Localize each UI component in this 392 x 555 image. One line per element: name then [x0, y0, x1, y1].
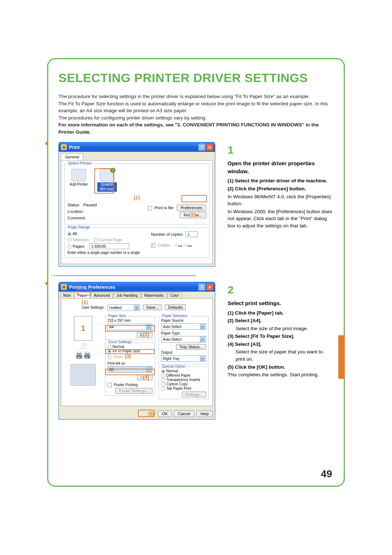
titlebar-help-button[interactable]: ? [198, 143, 205, 151]
radio-all[interactable] [68, 232, 72, 236]
opt-pages: Pages: [73, 244, 85, 248]
page-number: 49 [321, 468, 332, 480]
page-title: SELECTING PRINTER DRIVER SETTINGS [58, 71, 334, 85]
page-frame: SELECTING PRINTER DRIVER SETTINGS The pr… [47, 58, 345, 487]
pref-dialog-body: (1) User Settings: Untitled ▾ Save... De… [61, 298, 213, 406]
step2-sub5: (5) Click the [OK] button. [228, 364, 334, 371]
pref-right-column: Paper Selection Paper Source: Auto Selec… [159, 316, 209, 401]
page-range-left: All Selection Current Page Pages: 1 [68, 231, 144, 255]
zoom-fit-label: Fit To Paper Size [113, 349, 140, 353]
select-printer-label: Select Printer [67, 161, 93, 165]
tab-watermarks[interactable]: Watermarks [141, 292, 167, 298]
tab-main[interactable]: Main [60, 292, 74, 298]
zoom-settings-button[interactable]: S(4) [137, 374, 152, 380]
tab-paper[interactable]: Paper [75, 292, 90, 298]
opt-all: All [73, 231, 77, 236]
step1-row: 🖶 Print ? × General Select Printer Add [58, 142, 334, 267]
titlebar-close-button[interactable]: × [206, 143, 213, 151]
defaults-button[interactable]: Defaults [165, 304, 186, 310]
so-carbon: Carbon Copy [166, 382, 188, 386]
paper-size-group-label: Paper Size [107, 314, 127, 318]
ok-button[interactable]: OK [158, 410, 172, 417]
paper-source-value: Auto Select [163, 325, 181, 329]
select-printer-group: Select Printer Add Printer ✓ SHARP MX-xx [64, 163, 209, 224]
radio-current[interactable] [94, 238, 98, 242]
collate-icon: 📄₁₂₃ 📄₁₂₃ [173, 243, 192, 247]
so-tab: Tab Paper Print [166, 386, 191, 390]
comment-label: Comment: [68, 216, 86, 220]
orientation-icon[interactable]: 📄 [80, 343, 86, 349]
paper-size-dim: 210 x 297 mm. [107, 319, 152, 323]
help-button[interactable]: Help [196, 410, 213, 417]
pref-titlebar-help-button[interactable]: ? [198, 283, 205, 291]
step2-sub4: (4) Select [A3]. [228, 341, 334, 348]
find-printer-button[interactable]: Fin(2)er... [180, 212, 206, 218]
radio-so-carbon[interactable] [161, 382, 165, 386]
step1-body1: In Windows 98/Me/NT 4.0, click the [Prop… [228, 193, 334, 207]
intro-line-1: The procedure for selecting settings in … [58, 94, 310, 99]
pages-input[interactable]: 1-65535 [89, 243, 129, 249]
tray-status-button[interactable]: Tray Status... [176, 344, 206, 350]
fit-paper-select[interactable]: A3 ▾ [107, 366, 152, 373]
tab-advanced[interactable]: Advanced [91, 292, 113, 298]
tab-job-handling[interactable]: Job Handling [114, 292, 140, 298]
paper-source-label: Paper Source: [161, 319, 206, 323]
paper-preview: 1 [74, 316, 92, 341]
output-label: Output: [161, 351, 206, 355]
radio-so-trans[interactable] [161, 378, 165, 382]
radio-selection[interactable] [68, 238, 72, 242]
sharp-printer-label-1: SHARP [101, 183, 113, 187]
tab-color[interactable]: Color [167, 292, 182, 298]
tab-general[interactable]: General [61, 153, 83, 160]
paper-type-select[interactable]: Auto Select ▾ [161, 336, 206, 343]
poster-printing-label: Poster Printing [114, 383, 138, 387]
step1-bullet [45, 142, 48, 145]
status-label: Status: [68, 203, 80, 207]
poster-printing-checkbox[interactable] [107, 383, 112, 387]
pref-callout-5: (5) [148, 411, 154, 417]
step1-instructions: 1 Open the printer driver properties win… [228, 142, 334, 267]
step2-number: 2 [228, 282, 334, 298]
fit-paper-value: A3 [109, 368, 114, 372]
so-normal: Normal [166, 369, 178, 373]
poster-settings-button[interactable]: Poster Settings... [115, 388, 152, 394]
copies-input[interactable]: 1 [185, 231, 198, 237]
pages-hint: Enter either a single page number or a s… [68, 251, 144, 255]
radio-fit-to-paper[interactable] [107, 349, 111, 353]
cancel-button[interactable]: Cancel [174, 410, 194, 417]
preferences-button[interactable]: Preferences [177, 204, 206, 211]
paper-type-label: Paper Type: [161, 331, 206, 335]
so-settings-button[interactable]: Settings... [182, 392, 206, 397]
radio-zoom-normal[interactable] [107, 345, 111, 349]
custom-button[interactable]: C(2) [137, 332, 152, 338]
print-dialog-title: Print [69, 145, 197, 150]
step2-body4: Select the size of paper that you want t… [228, 348, 334, 362]
pref-callout-4: (4) [143, 374, 149, 380]
chevron-down-icon: ▾ [146, 367, 151, 372]
sharp-printer-item[interactable]: ✓ SHARP MX-xxxx [97, 169, 117, 192]
print-dialog-body: Select Printer Add Printer ✓ SHARP MX-xx [61, 160, 213, 264]
print-to-file-checkbox[interactable] [148, 206, 152, 210]
paper-size-group: Paper Size 210 x 297 mm. A4 ▾ C(2) [105, 316, 155, 340]
radio-so-diff[interactable] [161, 374, 165, 378]
pref-titlebar-close-button[interactable]: × [206, 283, 213, 291]
user-settings-value: Untitled [109, 306, 122, 310]
radio-pages[interactable] [68, 245, 72, 249]
user-settings-select[interactable]: Untitled ▾ [107, 304, 140, 311]
step2-body5: This completes the settings. Start print… [228, 371, 334, 378]
paper-source-select[interactable]: Auto Select ▾ [161, 323, 206, 330]
radio-zoom[interactable] [107, 355, 111, 359]
add-printer-item[interactable]: Add Printer [69, 169, 89, 192]
output-select[interactable]: Right Tray ▾ [161, 355, 206, 362]
radio-so-tab[interactable] [161, 387, 165, 391]
step1-number: 1 [228, 142, 334, 158]
zoom-group-label: Zoom Settings [107, 340, 132, 344]
collate-checkbox[interactable] [151, 243, 155, 248]
chevron-down-icon: ▾ [200, 356, 205, 361]
print-dialog-screenshot: 🖶 Print ? × General Select Printer Add [58, 142, 218, 267]
save-button[interactable]: Save... [143, 304, 162, 310]
pref-center-column: Paper Size 210 x 297 mm. A4 ▾ C(2) [105, 316, 155, 401]
radio-so-normal[interactable] [161, 369, 165, 373]
print-dialog: 🖶 Print ? × General Select Printer Add [58, 142, 215, 267]
paper-size-select[interactable]: A4 ▾ [107, 324, 152, 330]
